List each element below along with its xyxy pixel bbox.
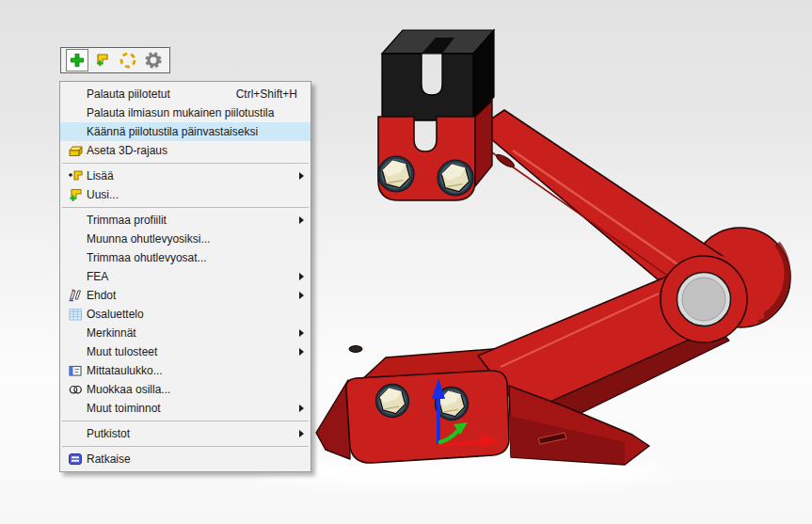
submenu-arrow-icon	[299, 292, 304, 299]
menu-item-trimmaa-profiilit[interactable]: Trimmaa profiilit	[60, 211, 310, 230]
cad-3d-viewport[interactable]: Palauta piilotetut Ctrl+Shift+H Palauta …	[0, 0, 812, 524]
submenu-arrow-icon	[299, 216, 304, 224]
parts-list-icon	[64, 307, 87, 322]
submenu-arrow-icon	[299, 430, 304, 437]
menu-item-muut-toiminnot[interactable]: Muut toiminnot	[60, 399, 310, 418]
gear-icon	[145, 52, 162, 69]
settings-button[interactable]	[142, 49, 165, 71]
bolt-top-left[interactable]	[378, 156, 414, 192]
submenu-arrow-icon	[299, 348, 304, 356]
shortcut-label: Ctrl+Shift+H	[236, 87, 303, 101]
menu-item-trimmaa-ohutlevyosat[interactable]: Trimmaa ohutlevyosat...	[60, 248, 310, 267]
menu-item-lisaa[interactable]: Lisää	[60, 167, 310, 185]
bolt-base-left[interactable]	[375, 384, 408, 417]
submenu-arrow-icon	[299, 405, 304, 412]
submenu-arrow-icon	[299, 329, 304, 337]
menu-item-merkinnat[interactable]: Merkinnät	[60, 324, 310, 342]
floating-toolbar	[60, 47, 170, 73]
3d-clip-box-icon	[64, 143, 87, 158]
constraints-icon	[64, 288, 87, 303]
solve-icon	[64, 452, 87, 467]
menu-item-ehdot[interactable]: Ehdot	[60, 286, 310, 305]
edit-with-parts-icon	[64, 382, 87, 397]
menu-separator	[62, 446, 309, 447]
dashed-circle-icon	[119, 52, 136, 69]
menu-item-muunna-ohutlevyosiksi[interactable]: Muunna ohutlevyosiksi...	[60, 230, 310, 248]
menu-item-muokkaa-osilla[interactable]: Muokkaa osilla...	[60, 380, 310, 399]
menu-item-osaluettelo[interactable]: Osaluettelo	[60, 305, 310, 324]
menu-item-palauta-ilmiasun[interactable]: Palauta ilmiasun mukainen piilotustila	[60, 103, 310, 122]
new-component-icon	[64, 187, 87, 202]
submenu-arrow-icon	[299, 172, 304, 180]
yellow-component-plus-icon	[94, 52, 111, 69]
menu-item-mittataulukko[interactable]: Mittataulukko...	[60, 361, 310, 380]
menu-item-palauta-piilotetut[interactable]: Palauta piilotetut Ctrl+Shift+H	[60, 85, 310, 103]
dimension-table-icon	[64, 363, 87, 378]
menu-separator	[62, 207, 309, 208]
add-part-button[interactable]	[66, 49, 88, 71]
menu-separator	[62, 421, 309, 421]
model-black-clevis[interactable]	[382, 30, 494, 120]
new-component-button[interactable]	[91, 49, 114, 71]
model-elbow-joint[interactable]	[661, 252, 764, 342]
context-menu: Palauta piilotetut Ctrl+Shift+H Palauta …	[59, 81, 311, 472]
menu-item-muut-tulosteet[interactable]: Muut tulosteet	[60, 342, 310, 361]
bolt-top-right[interactable]	[438, 160, 473, 196]
menu-item-fea[interactable]: FEA	[60, 267, 310, 286]
submenu-arrow-icon	[299, 273, 304, 280]
fit-selection-button[interactable]	[117, 49, 139, 71]
menu-separator	[62, 163, 309, 164]
menu-item-aseta-3d-rajaus[interactable]: Aseta 3D-rajaus	[60, 141, 310, 160]
menu-item-putkistot[interactable]: Putkistot	[60, 424, 310, 443]
green-plus-icon	[69, 52, 86, 69]
menu-item-uusi[interactable]: Uusi...	[60, 185, 310, 204]
menu-item-kaanna-piilotustila[interactable]: Käännä piilotustila päinvastaiseksi	[60, 122, 310, 141]
menu-item-ratkaise[interactable]: Ratkaise	[60, 450, 310, 468]
add-existing-icon	[64, 168, 87, 183]
